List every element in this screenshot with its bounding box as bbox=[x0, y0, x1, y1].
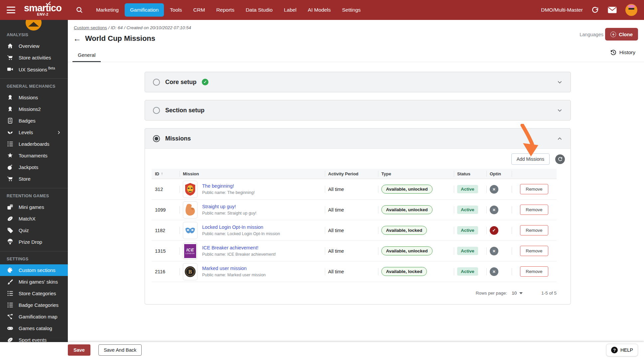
share-icon bbox=[7, 313, 13, 320]
history-button[interactable]: History bbox=[610, 49, 635, 56]
sidebar-item-ux-sessions[interactable]: UX SessionsBeta bbox=[0, 63, 68, 75]
remove-button[interactable]: Remove bbox=[520, 225, 548, 235]
mail-icon[interactable] bbox=[608, 7, 617, 13]
missions-radio[interactable] bbox=[153, 135, 160, 142]
type-cell: Available, locked bbox=[378, 267, 454, 276]
nav-item-gamification[interactable]: Gamification bbox=[125, 3, 164, 17]
status-cell: Active bbox=[454, 267, 486, 276]
sort-asc-icon: ↑ bbox=[161, 171, 163, 176]
hero-face bbox=[183, 181, 197, 198]
sidebar-item-tournaments[interactable]: Tournaments bbox=[0, 150, 68, 161]
mission-link[interactable]: Straight up guy! bbox=[202, 204, 256, 209]
nav-item-crm[interactable]: CRM bbox=[188, 3, 210, 17]
core-setup-radio[interactable] bbox=[153, 79, 160, 86]
column-header-id[interactable]: ID↑ bbox=[152, 171, 180, 176]
account-name[interactable]: DMO/Multi-Master bbox=[541, 7, 583, 13]
status-badge: Active bbox=[457, 267, 478, 276]
remove-button[interactable]: Remove bbox=[520, 205, 548, 215]
flex-arm-icon bbox=[185, 203, 196, 217]
sidebar-item-label: UX SessionsBeta bbox=[19, 66, 55, 72]
nav-item-label[interactable]: Label bbox=[279, 3, 302, 17]
clone-button[interactable]: + Clone bbox=[605, 28, 638, 41]
mission-link[interactable]: ICE Breaker achievement! bbox=[202, 245, 276, 250]
sidebar-item-mini-games-skins[interactable]: Mini games' skins bbox=[0, 276, 68, 288]
accordion-missions: Missions Add Missions ID↑MissionActivity… bbox=[145, 128, 571, 305]
missions-header[interactable]: Missions bbox=[145, 129, 571, 148]
sidebar-item-levels[interactable]: Levels bbox=[0, 127, 68, 138]
remove-button[interactable]: Remove bbox=[520, 266, 548, 277]
sidebar-item-badges[interactable]: Badges bbox=[0, 115, 68, 127]
chevron-down-icon bbox=[557, 108, 563, 113]
save-button[interactable]: Save bbox=[68, 344, 90, 356]
mission-link[interactable]: Marked user mission bbox=[202, 266, 266, 271]
actions-cell: Remove bbox=[512, 246, 557, 256]
user-avatar[interactable] bbox=[625, 4, 637, 16]
sidebar-item-sport-events[interactable]: Sport events bbox=[0, 334, 68, 342]
mission-cell: ICELONDONICE Breaker achievement!Public … bbox=[180, 242, 325, 260]
sidebar-item-jackpots[interactable]: Jackpots bbox=[0, 161, 68, 173]
optin-cell: × bbox=[486, 185, 512, 194]
nav-item-reports[interactable]: Reports bbox=[211, 3, 240, 17]
sidebar-item-leaderboards[interactable]: Leaderboards bbox=[0, 138, 68, 150]
section-setup-title: Section setup bbox=[165, 107, 204, 114]
refresh-icon[interactable] bbox=[591, 6, 599, 14]
nav-item-settings[interactable]: Settings bbox=[337, 3, 366, 17]
sidebar-item-missions2[interactable]: Missions2 bbox=[0, 103, 68, 115]
add-missions-button[interactable]: Add Missions bbox=[511, 153, 550, 165]
section-setup-radio[interactable] bbox=[153, 107, 160, 114]
nav-item-tools[interactable]: Tools bbox=[165, 3, 187, 17]
optin-cross-icon: × bbox=[490, 185, 498, 194]
sidebar-item-badge-categories[interactable]: Badge Categories bbox=[0, 299, 68, 311]
bomb-icon bbox=[7, 164, 13, 171]
core-setup-title: Core setup bbox=[165, 79, 196, 86]
remove-button[interactable]: Remove bbox=[520, 184, 548, 194]
mission-cell: Locked Login Opt-In missionPublic name: … bbox=[180, 222, 325, 239]
save-and-back-button[interactable]: Save And Back bbox=[98, 344, 142, 356]
sidebar-item-store-categories[interactable]: Store Categories bbox=[0, 288, 68, 299]
search-icon[interactable] bbox=[75, 6, 83, 14]
nav-item-marketing[interactable]: Marketing bbox=[91, 3, 124, 17]
status-badge: Active bbox=[457, 247, 478, 255]
tab-general[interactable]: General bbox=[72, 48, 101, 62]
rows-per-page-value: 10 bbox=[512, 291, 517, 296]
chevron-down-icon bbox=[557, 79, 563, 85]
table-refresh-icon[interactable] bbox=[555, 154, 565, 164]
rows-per-page-select[interactable]: 10 bbox=[512, 291, 523, 296]
sidebar-item-store[interactable]: Store bbox=[0, 173, 68, 185]
brand-logo: smartico ENV-2 bbox=[24, 4, 62, 16]
nav-item-data-studio[interactable]: Data Studio bbox=[240, 3, 278, 17]
mission-public-name: Public name: Marked user mission bbox=[202, 273, 266, 277]
sidebar-group-title: GENERAL MECHANICS bbox=[0, 79, 68, 92]
missions-table: ID↑MissionActivity PeriodTypeStatusOptin… bbox=[152, 169, 557, 282]
sidebar-item-label: Overview bbox=[19, 43, 40, 49]
sidebar-item-missions[interactable]: Missions bbox=[0, 92, 68, 103]
sidebar-item-quiz[interactable]: Quiz bbox=[0, 224, 68, 236]
sidebar-item-overview[interactable]: Overview bbox=[0, 40, 68, 52]
sidebar-item-matchx[interactable]: MatchX bbox=[0, 213, 68, 224]
sidebar-divider bbox=[0, 188, 68, 188]
sidebar-item-label: Quiz bbox=[19, 227, 29, 233]
mission-link[interactable]: The beginning! bbox=[202, 183, 255, 189]
nav-item-ai-models[interactable]: AI Models bbox=[303, 3, 336, 17]
sidebar-item-gamification-map[interactable]: Gamification map bbox=[0, 311, 68, 322]
missions-table-body: 312The beginning!Public name: The beginn… bbox=[152, 179, 557, 282]
sidebar-item-prize-drop[interactable]: Prize Drop bbox=[0, 236, 68, 248]
mission-link[interactable]: Locked Login Opt-In mission bbox=[202, 224, 280, 230]
sidebar-item-custom-sections[interactable]: Custom sections bbox=[0, 264, 68, 276]
ball-icon bbox=[7, 216, 13, 222]
activity-period-cell: All time bbox=[325, 248, 378, 254]
ice-logo-icon: ICELONDON bbox=[184, 244, 196, 258]
sidebar-item-mini-games[interactable]: Mini games bbox=[0, 201, 68, 213]
type-chip: Available, unlocked bbox=[381, 246, 433, 255]
breadcrumb-link[interactable]: Custom sections bbox=[74, 25, 107, 30]
hamburger-menu-icon[interactable] bbox=[7, 7, 15, 13]
back-arrow-icon[interactable]: ← bbox=[73, 35, 81, 42]
sidebar-item-games-catalog[interactable]: Games catalog bbox=[0, 322, 68, 334]
core-setup-header[interactable]: Core setup ✓ bbox=[145, 72, 571, 92]
main-content: Custom sections / ID: 64 / Created on 20… bbox=[68, 20, 644, 342]
sidebar-item-store-activities[interactable]: Store activities bbox=[0, 52, 68, 63]
help-button[interactable]: ? HELP bbox=[606, 344, 638, 356]
remove-button[interactable]: Remove bbox=[520, 246, 548, 256]
section-setup-header[interactable]: Section setup bbox=[145, 100, 571, 120]
sidebar-item-label: Badge Categories bbox=[19, 302, 59, 308]
